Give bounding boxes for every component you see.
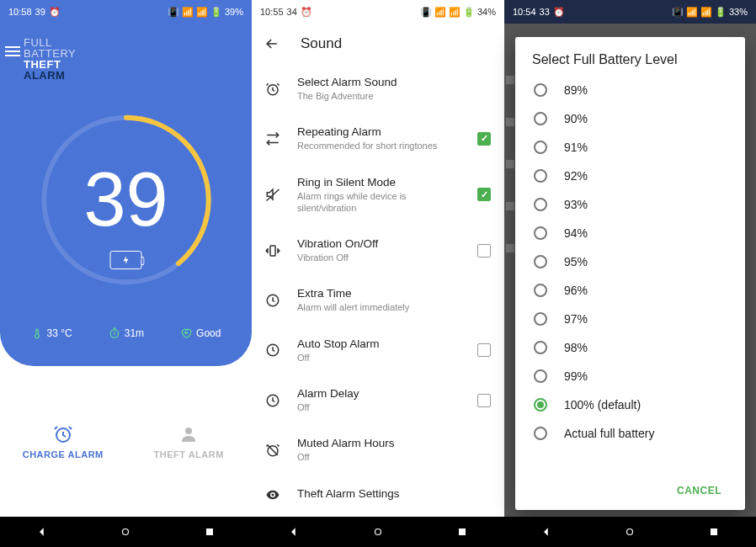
radio-option[interactable]: 94% [515,219,745,247]
nav-recent[interactable] [455,525,469,539]
nav-home[interactable] [623,525,636,539]
tab-charge-alarm[interactable]: CHARGE ALARM [0,366,126,517]
radio-button[interactable] [534,427,547,440]
battery-pct: 33% [729,7,748,17]
settings-header: Sound [252,24,504,64]
radio-button[interactable] [534,398,547,412]
setting-row[interactable]: Auto Stop AlarmOff [252,326,504,375]
setting-title: Repeating Alarm [297,125,462,138]
radio-option[interactable]: 89% [515,76,745,104]
setting-row[interactable]: Ring in Silent ModeAlarm rings while dev… [252,164,504,226]
checkbox[interactable] [477,188,491,201]
radio-label: Actual full battery [564,427,654,440]
tab-theft-alarm[interactable]: THEFT ALARM [126,366,253,517]
setting-title: Alarm Delay [297,387,462,400]
setting-title: Extra Time [297,287,491,300]
svg-point-4 [185,428,192,434]
radio-list[interactable]: 89%90%91%92%93%94%95%96%97%98%99%100% (d… [515,76,745,473]
radio-label: 89% [564,83,588,97]
radio-label: 95% [564,255,588,268]
nav-back[interactable] [35,525,49,539]
checkbox[interactable] [477,394,491,407]
radio-button[interactable] [534,312,547,326]
setting-row[interactable]: Muted Alarm HoursOff [252,425,504,475]
svg-point-18 [627,529,633,535]
radio-option[interactable]: 100% (default) [515,390,745,419]
radio-option[interactable]: 97% [515,305,745,333]
radio-button[interactable] [534,341,547,354]
svg-point-16 [375,529,381,535]
clock-icon [264,343,282,358]
radio-button[interactable] [534,226,547,240]
radio-button[interactable] [534,198,547,211]
setting-row[interactable]: Repeating AlarmRecommended for short rin… [252,114,504,163]
radio-option[interactable]: 93% [515,190,745,219]
back-arrow-icon[interactable] [264,35,280,52]
nav-bar [504,517,756,547]
tabs-row: CHARGE ALARM THEFT ALARM [0,366,252,517]
clock-icon [264,293,282,308]
radio-button[interactable] [534,369,547,383]
alarm-off-icon [264,443,282,458]
repeat-icon [264,131,282,146]
wifi-icon: 📶 [434,7,446,18]
checkbox[interactable] [477,343,491,357]
eye-icon [264,487,282,502]
battery-gauge: 39 [35,109,216,290]
vibrate-icon: 📳 [168,7,179,18]
nav-bar [252,517,504,547]
radio-option[interactable]: 91% [515,133,745,162]
battery-level-dialog: Select Full Battery Level 89%90%91%92%93… [515,37,745,510]
nav-back[interactable] [287,525,301,539]
battery-pct: 34% [477,7,496,17]
clock-icon [264,393,282,408]
radio-option[interactable]: Actual full battery [515,419,745,448]
setting-row[interactable]: Alarm DelayOff [252,375,504,425]
radio-button[interactable] [534,284,547,297]
setting-subtitle: Recommended for short ringtones [297,140,462,151]
setting-title: Vibration On/Off [297,237,462,250]
nav-back[interactable] [540,525,553,539]
radio-option[interactable]: 92% [515,162,745,190]
setting-subtitle: Off [297,451,491,463]
wifi-icon: 📶 [686,7,698,18]
nav-home[interactable] [119,525,132,539]
vibration-icon [264,243,282,258]
nav-recent[interactable] [707,525,721,539]
status-bar: 10:55 34 ⏰ 📳 📶 📶 🔋 34% [252,0,504,24]
radio-option[interactable]: 98% [515,333,745,362]
checkbox[interactable] [477,132,491,146]
radio-option[interactable]: 99% [515,362,745,390]
radio-button[interactable] [534,141,547,154]
radio-option[interactable]: 95% [515,247,745,276]
radio-option[interactable]: 96% [515,276,745,305]
stat-health-value: Good [196,327,221,339]
radio-label: 92% [564,169,588,183]
setting-row[interactable]: Theft Alarm Settings [252,475,504,514]
stat-time-value: 31m [125,327,144,339]
nav-recent[interactable] [203,525,216,539]
alarm-icon: ⏰ [553,7,565,18]
radio-option[interactable]: 90% [515,104,745,133]
svg-point-5 [123,529,129,535]
timer-icon [109,327,120,339]
dialog-title: Select Full Battery Level [515,52,745,76]
status-temp: 33 [540,7,550,17]
setting-row[interactable]: Extra TimeAlarm will alert immediately [252,275,504,325]
status-time: 10:55 [260,7,284,17]
radio-button[interactable] [534,169,547,183]
menu-button[interactable] [5,46,20,56]
setting-row[interactable]: Select Alarm SoundThe Big Adventure [252,64,504,114]
wifi-icon: 📶 [182,7,194,18]
setting-row[interactable]: Vibration On/OffVibration Off [252,226,504,275]
status-temp: 34 [287,7,297,17]
cancel-button[interactable]: CANCEL [668,478,730,503]
radio-button[interactable] [534,83,547,97]
radio-button[interactable] [534,255,547,268]
checkbox[interactable] [477,244,491,258]
settings-list[interactable]: Select Alarm SoundThe Big AdventureRepea… [252,64,504,517]
stat-temp: 33 °C [31,327,72,339]
svg-point-13 [272,493,274,496]
radio-button[interactable] [534,112,547,125]
nav-home[interactable] [371,525,385,539]
